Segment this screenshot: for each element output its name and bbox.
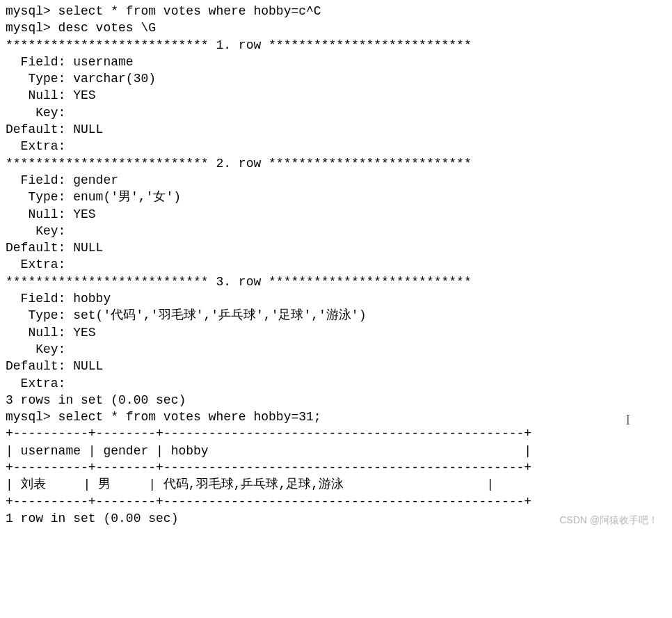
rows-footer: 3 rows in set (0.00 sec) (6, 392, 666, 409)
text-cursor-icon: I (625, 411, 630, 429)
row3-null: Null: YES (6, 324, 666, 341)
row2-field: Field: gender (6, 172, 666, 189)
row1-default: Default: NULL (6, 121, 666, 138)
command-line-2: mysql> desc votes \G (6, 19, 666, 36)
row2-null: Null: YES (6, 206, 666, 223)
row1-field: Field: username (6, 54, 666, 70)
table-border-top: +----------+--------+-------------------… (6, 425, 666, 442)
row2-type: Type: enum('男','女') (6, 189, 666, 205)
row-separator-2: *************************** 2. row *****… (6, 155, 666, 172)
row1-key: Key: (6, 104, 666, 121)
table-border-bottom: +----------+--------+-------------------… (6, 493, 666, 510)
row-separator-1: *************************** 1. row *****… (6, 37, 666, 54)
table-header: | username | gender | hobby | (6, 443, 666, 459)
row2-extra: Extra: (6, 256, 666, 273)
row1-extra: Extra: (6, 138, 666, 154)
row1-type: Type: varchar(30) (6, 70, 666, 87)
watermark-text: CSDN @阿猿收手吧！ (559, 514, 658, 527)
row2-default: Default: NULL (6, 239, 666, 256)
table-row: | 刘表 | 男 | 代码,羽毛球,乒乓球,足球,游泳 | (6, 476, 666, 493)
row-separator-3: *************************** 3. row *****… (6, 274, 666, 290)
row3-field: Field: hobby (6, 290, 666, 307)
command-line-3: mysql> select * from votes where hobby=3… (6, 409, 666, 425)
row2-key: Key: (6, 223, 666, 239)
row3-default: Default: NULL (6, 358, 666, 374)
row3-extra: Extra: (6, 375, 666, 392)
row1-null: Null: YES (6, 87, 666, 104)
row3-key: Key: (6, 341, 666, 358)
command-line-1: mysql> select * from votes where hobby=c… (6, 3, 666, 19)
table-border-mid: +----------+--------+-------------------… (6, 459, 666, 476)
row3-type: Type: set('代码','羽毛球','乒乓球','足球','游泳') (6, 307, 666, 324)
